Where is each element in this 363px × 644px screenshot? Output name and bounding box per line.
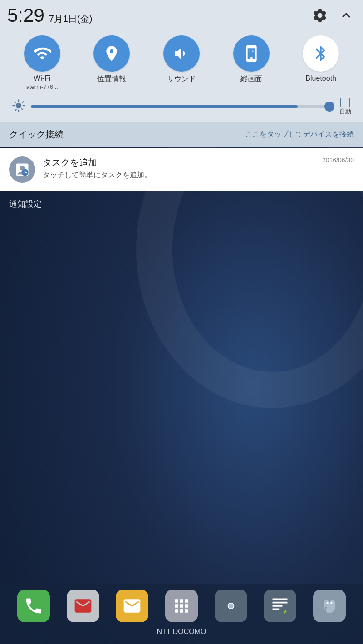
- collapse-button[interactable]: [337, 6, 356, 25]
- dock-item-mail1[interactable]: [67, 590, 99, 622]
- phone-icon: [17, 590, 50, 622]
- screen-label: 縦画面: [240, 74, 262, 84]
- bluetooth-toggle[interactable]: Bluetooth: [294, 35, 348, 90]
- notif-date: 2016/06/30: [322, 156, 354, 164]
- svg-point-7: [329, 600, 335, 608]
- sound-toggle[interactable]: サウンド: [154, 35, 209, 90]
- brightness-thumb: [324, 102, 334, 112]
- notification-card[interactable]: + タスクを追加 タッチして簡単にタスクを追加。 2016/06/30: [0, 148, 363, 191]
- mail2-icon: [116, 590, 148, 622]
- brightness-icon: [12, 99, 25, 114]
- brightness-slider[interactable]: [31, 105, 334, 108]
- dock-item-camera[interactable]: [215, 590, 247, 622]
- quick-connect-title: クイック接続: [9, 128, 64, 141]
- svg-point-6: [323, 600, 329, 608]
- svg-point-9: [330, 602, 332, 604]
- notes-icon: [264, 590, 296, 622]
- dock-item-notes[interactable]: [264, 590, 296, 622]
- elephant-icon: [313, 590, 346, 622]
- dock-item-phone[interactable]: [17, 590, 50, 622]
- location-toggle[interactable]: 位置情報: [84, 35, 139, 90]
- dock-item-elephant[interactable]: [313, 590, 346, 622]
- mail1-icon: [67, 590, 99, 622]
- sound-icon-circle: [163, 35, 200, 72]
- brightness-fill: [31, 105, 298, 108]
- svg-rect-0: [250, 57, 253, 58]
- notif-settings-label: 通知設定: [9, 200, 42, 209]
- dock-item-mail2[interactable]: [116, 590, 148, 622]
- dock-icons: [9, 590, 354, 622]
- top-bar: 5:29 7月1日(金): [7, 5, 356, 26]
- brightness-row: 自動: [7, 92, 356, 122]
- wifi-label: Wi-Fi: [34, 74, 50, 83]
- quick-connect-link[interactable]: ここをタップしてデバイスを接続: [245, 130, 354, 139]
- dock-item-apps[interactable]: [165, 590, 198, 622]
- svg-point-8: [326, 602, 328, 604]
- dock: NTT DOCOMO: [0, 584, 363, 644]
- auto-brightness-label: 自動: [339, 107, 351, 116]
- notif-content: タスクを追加 タッチして簡単にタスクを追加。: [43, 156, 315, 180]
- screen-toggle[interactable]: 縦画面: [224, 35, 279, 90]
- wifi-toggle[interactable]: Wi-Fi aterm-776...: [15, 35, 69, 90]
- camera-icon: [215, 590, 247, 622]
- settings-button[interactable]: [310, 6, 329, 25]
- apps-icon: [165, 590, 198, 622]
- quick-connect-section: クイック接続 ここをタップしてデバイスを接続: [0, 122, 363, 147]
- notif-app-icon: +: [9, 156, 35, 183]
- auto-brightness: 自動: [339, 98, 351, 116]
- screen-icon-circle: [233, 35, 270, 72]
- notif-settings-row[interactable]: 通知設定: [0, 192, 363, 216]
- location-icon-circle: [93, 35, 130, 72]
- notif-title: タスクを追加: [43, 156, 315, 169]
- carrier-label: NTT DOCOMO: [157, 628, 206, 636]
- notif-body: タッチして簡単にタスクを追加。: [43, 171, 315, 180]
- auto-brightness-checkbox[interactable]: [340, 98, 350, 107]
- sound-label: サウンド: [167, 74, 196, 84]
- status-time: 5:29: [7, 5, 44, 26]
- time-date: 5:29 7月1日(金): [7, 5, 92, 26]
- bluetooth-icon-circle: [303, 35, 339, 72]
- svg-text:+: +: [24, 170, 26, 176]
- bluetooth-label: Bluetooth: [305, 74, 336, 83]
- location-label: 位置情報: [97, 74, 126, 84]
- top-icons: [310, 6, 356, 25]
- status-date: 7月1日(金): [49, 13, 93, 25]
- toggle-row: Wi-Fi aterm-776... 位置情報 サウンド: [7, 32, 356, 92]
- wifi-icon-circle: [24, 35, 60, 72]
- notification-panel: 5:29 7月1日(金): [0, 0, 363, 216]
- quick-settings: 5:29 7月1日(金): [0, 0, 363, 122]
- wifi-sublabel: aterm-776...: [26, 83, 58, 90]
- svg-point-4: [228, 604, 233, 609]
